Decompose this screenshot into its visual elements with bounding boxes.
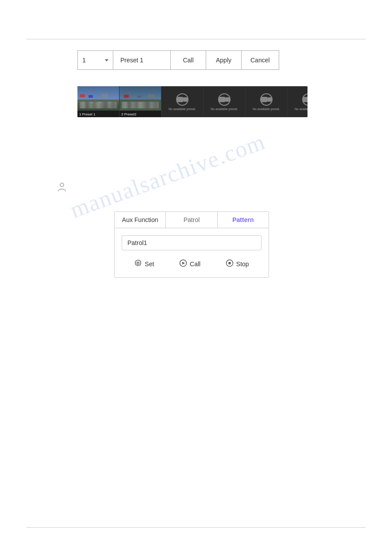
- cam-no-preview-icon-6: [302, 93, 307, 106]
- cam-no-preview-text-5: No available preset.: [253, 107, 280, 111]
- aux-actions: Set Call: [122, 257, 261, 270]
- svg-rect-4: [108, 102, 110, 103]
- cam-label-1: 1 Preset 1: [79, 112, 95, 116]
- svg-rect-5: [80, 94, 85, 97]
- gear-icon: [134, 259, 142, 268]
- camera-thumb-2[interactable]: 2 Preset2: [119, 86, 161, 117]
- cam-no-preview-text-4: No available preset.: [211, 107, 238, 111]
- cam-img-2: [119, 86, 161, 111]
- call-patrol-label: Call: [190, 260, 200, 268]
- preset-number-value: 1: [82, 57, 103, 64]
- call-button[interactable]: Call: [171, 51, 206, 69]
- svg-rect-9: [119, 100, 161, 111]
- set-label: Set: [145, 260, 154, 268]
- aux-panel: Aux Function Patrol Pattern Set: [114, 211, 269, 278]
- aux-body: Set Call: [115, 228, 269, 277]
- preset-number-select[interactable]: 1: [78, 51, 113, 69]
- person-icon: [58, 182, 66, 194]
- stop-label: Stop: [236, 260, 249, 268]
- svg-rect-7: [102, 94, 108, 97]
- svg-rect-6: [88, 95, 93, 98]
- camera-thumb-4[interactable]: No available preset.: [204, 86, 246, 117]
- cam-label-2: 2 Preset2: [121, 112, 136, 116]
- camera-thumb-3[interactable]: No available preset.: [161, 86, 204, 117]
- cam-no-preview-icon-4: [218, 93, 231, 106]
- cam-no-preview-text-3: No available preset.: [169, 107, 196, 111]
- preset-name-text: Preset 1: [120, 57, 143, 64]
- cam-no-preview-text-6: No available preset.: [295, 107, 307, 111]
- tab-patrol[interactable]: Patrol: [166, 212, 217, 228]
- dropdown-arrow-icon: [105, 59, 108, 61]
- svg-point-13: [60, 183, 64, 187]
- svg-rect-1: [77, 100, 119, 111]
- camera-thumb-6[interactable]: No available preset.: [288, 86, 307, 117]
- camera-strip: 1 Preset 1 2 Preset2: [77, 86, 307, 117]
- patrol-name-input[interactable]: [122, 235, 261, 250]
- stop-circle-icon: [226, 259, 234, 268]
- play-circle-icon: [179, 259, 187, 268]
- apply-button[interactable]: Apply: [206, 51, 242, 69]
- cam-no-preview-icon-3: [176, 93, 188, 106]
- svg-rect-3: [100, 102, 101, 103]
- bottom-divider: [27, 527, 365, 528]
- preset-toolbar: 1 Preset 1 Call Apply Cancel: [77, 50, 279, 70]
- top-divider: [27, 39, 365, 39]
- cam-img-1: [77, 86, 119, 111]
- preset-name-field: Preset 1: [113, 51, 171, 69]
- call-patrol-button[interactable]: Call: [176, 257, 204, 270]
- svg-rect-0: [77, 86, 119, 100]
- svg-rect-10: [124, 95, 129, 98]
- svg-rect-11: [137, 96, 141, 98]
- camera-thumb-5[interactable]: No available preset.: [246, 86, 288, 117]
- tab-pattern[interactable]: Pattern: [218, 212, 269, 228]
- svg-rect-12: [148, 94, 155, 98]
- svg-rect-17: [228, 262, 231, 264]
- cam-no-preview-icon-5: [260, 93, 273, 106]
- aux-tabs: Aux Function Patrol Pattern: [115, 212, 269, 228]
- tab-aux-function[interactable]: Aux Function: [115, 212, 166, 228]
- camera-thumb-1[interactable]: 1 Preset 1: [77, 86, 119, 117]
- cancel-button[interactable]: Cancel: [242, 51, 279, 69]
- svg-marker-15: [182, 262, 185, 264]
- svg-rect-2: [91, 102, 92, 103]
- set-button[interactable]: Set: [131, 257, 158, 270]
- stop-button[interactable]: Stop: [222, 257, 253, 270]
